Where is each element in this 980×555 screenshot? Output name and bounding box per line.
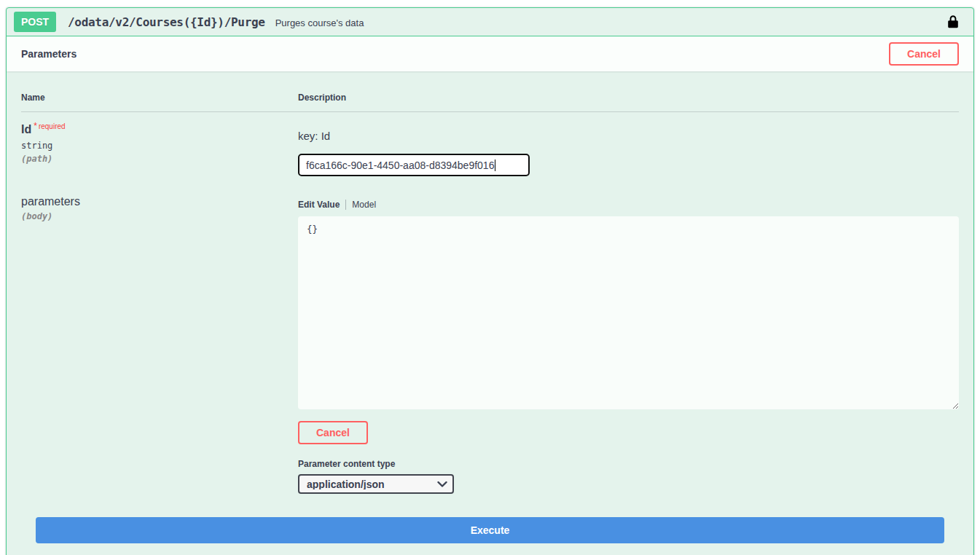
param-id-type: string (21, 141, 298, 151)
param-row-body: parameters (body) Edit Value Model {} Ca… (21, 186, 959, 494)
tab-edit-value[interactable]: Edit Value (298, 200, 340, 210)
id-input[interactable]: f6ca166c-90e1-4450-aa08-d8394be9f016 (298, 154, 530, 176)
endpoint-summary: Purges course's data (275, 17, 364, 28)
param-id-location: (path) (21, 154, 298, 164)
required-asterisk: * (34, 121, 37, 131)
body-editor-tabs: Edit Value Model (298, 200, 959, 210)
endpoint-path: /odata/v2/Courses({Id})/Purge (68, 15, 265, 29)
param-id-key-label: key: Id (298, 130, 959, 142)
post-operation-block: POST /odata/v2/Courses({Id})/Purge Purge… (6, 7, 974, 555)
tab-model[interactable]: Model (352, 200, 376, 210)
body-cancel-button[interactable]: Cancel (298, 421, 368, 444)
param-id-name: Id (21, 123, 31, 135)
lock-icon (946, 14, 960, 30)
execute-button[interactable]: Execute (36, 517, 944, 543)
execute-wrapper: Execute (21, 494, 959, 555)
param-id-description-cell: key: Id f6ca166c-90e1-4450-aa08-d8394be9… (298, 121, 959, 176)
column-header-description: Description (298, 92, 959, 103)
authorize-button[interactable] (944, 12, 962, 31)
param-id-meta: Id*required string (path) (21, 121, 298, 176)
param-body-description-cell: Edit Value Model {} Cancel Parameter con… (298, 195, 959, 494)
id-input-value: f6ca166c-90e1-4450-aa08-d8394be9f016 (306, 160, 494, 171)
try-out-cancel-button[interactable]: Cancel (889, 42, 959, 66)
param-body-name: parameters (21, 195, 298, 208)
parameters-section-header: Parameters Cancel (7, 36, 973, 71)
content-type-select-wrap: application/json (298, 474, 454, 494)
param-body-location: (body) (21, 211, 298, 221)
parameters-table: Name Description Id*required string (pat… (7, 71, 973, 555)
param-body-meta: parameters (body) (21, 195, 298, 494)
parameters-title: Parameters (21, 48, 77, 60)
body-editor[interactable]: {} (298, 216, 959, 409)
content-type-label: Parameter content type (298, 459, 959, 469)
content-type-select[interactable]: application/json (298, 474, 454, 494)
method-badge: POST (14, 12, 56, 32)
tab-divider (345, 200, 346, 210)
column-header-name: Name (21, 92, 298, 103)
table-header-row: Name Description (21, 82, 959, 112)
text-cursor (495, 160, 495, 171)
param-row-id: Id*required string (path) key: Id f6ca16… (21, 112, 959, 176)
operation-summary[interactable]: POST /odata/v2/Courses({Id})/Purge Purge… (7, 8, 973, 36)
required-label: required (39, 122, 66, 130)
